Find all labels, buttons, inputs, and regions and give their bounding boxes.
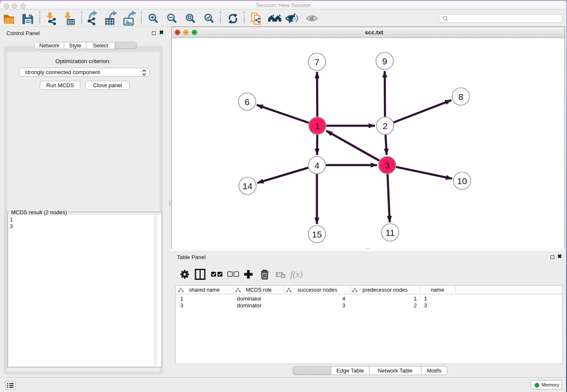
- svg-text:6: 6: [245, 97, 250, 107]
- svg-text:f(x): f(x): [290, 269, 303, 279]
- svg-text:11: 11: [385, 228, 395, 237]
- svg-text:14: 14: [242, 181, 253, 191]
- svg-text:15: 15: [312, 229, 322, 239]
- svg-text:1: 1: [315, 121, 320, 131]
- svg-text:4: 4: [314, 160, 319, 170]
- svg-text:8: 8: [458, 92, 463, 102]
- svg-text:3: 3: [385, 160, 390, 170]
- svg-text:9: 9: [382, 56, 387, 66]
- svg-text:7: 7: [314, 57, 319, 67]
- svg-text:10: 10: [457, 176, 467, 186]
- svg-text:2: 2: [383, 121, 388, 131]
